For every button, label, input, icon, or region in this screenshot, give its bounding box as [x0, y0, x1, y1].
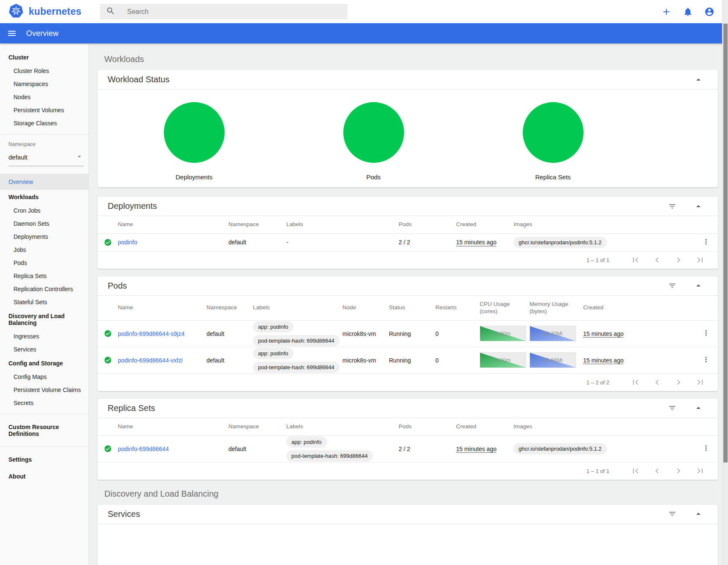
deployments-chart-label: Deployments — [176, 173, 213, 181]
sidebar-item-settings[interactable]: Settings — [0, 451, 88, 468]
sidebar-item-replica-sets[interactable]: Replica Sets — [0, 270, 88, 283]
replica-set-created: 15 minutes ago — [456, 446, 497, 452]
col-header-node: Node — [342, 299, 389, 316]
col-header-pods: Pods — [399, 216, 456, 233]
collapse-arrow-icon[interactable] — [693, 75, 704, 85]
prev-page-icon[interactable] — [652, 255, 662, 265]
first-page-icon[interactable] — [630, 377, 641, 387]
pod-status: Running — [389, 330, 435, 337]
sidebar-item-ingresses[interactable]: Ingresses — [0, 330, 88, 343]
pod-label-chip: app: podinfo — [253, 321, 293, 333]
sidebar-item-storage-classes[interactable]: Storage Classes — [0, 117, 88, 130]
sidebar-item-about[interactable]: About — [0, 468, 88, 485]
search-bar[interactable] — [100, 4, 348, 19]
workload-status-card: Workload Status Deployments Pods — [98, 70, 718, 187]
sidebar-item-jobs[interactable]: Jobs — [0, 243, 88, 257]
prev-page-icon[interactable] — [652, 466, 662, 476]
col-header-labels: Labels — [253, 299, 342, 316]
sidebar-item-nodes[interactable]: Nodes — [0, 91, 88, 104]
sidebar-nav: Cluster Cluster Roles Namespaces Nodes P… — [0, 43, 89, 565]
status-chart-replica-sets: Replica Sets — [463, 89, 643, 187]
status-ok-icon — [98, 238, 118, 246]
hamburger-menu-button[interactable] — [7, 28, 17, 38]
sidebar-item-persistent-volumes[interactable]: Persistent Volumes — [0, 104, 88, 117]
pod-name-link[interactable]: podinfo-699d86644-s9jz4 — [118, 330, 185, 337]
last-page-icon[interactable] — [695, 377, 705, 387]
col-header-labels: Labels — [286, 418, 399, 435]
sidebar-header-cluster: Cluster — [0, 50, 88, 65]
pagination-range: 1 – 1 of 1 — [587, 468, 609, 474]
sidebar-item-custom-resource-definitions[interactable]: Custom Resource Definitions — [0, 419, 88, 442]
sidebar-item-overview[interactable]: Overview — [0, 174, 88, 190]
deployment-name-link[interactable]: podinfo — [118, 239, 137, 246]
sidebar-header-discovery: Discovery and Load Balancing — [0, 309, 88, 330]
scrollbar-thumb[interactable] — [723, 24, 728, 462]
next-page-icon[interactable] — [674, 377, 684, 387]
sidebar-item-deployments[interactable]: Deployments — [0, 230, 88, 243]
memory-usage-sparkline: 15.66Mi — [530, 352, 576, 368]
pod-restarts: 0 — [435, 357, 480, 364]
sidebar-item-replication-controllers[interactable]: Replication Controllers — [0, 283, 88, 296]
prev-page-icon[interactable] — [652, 377, 662, 387]
sidebar-item-persistent-volume-claims[interactable]: Persistent Volume Claims — [0, 384, 88, 397]
next-page-icon[interactable] — [674, 466, 684, 476]
first-page-icon[interactable] — [630, 466, 641, 476]
create-resource-button[interactable] — [661, 7, 671, 17]
sidebar-item-pods[interactable]: Pods — [0, 257, 88, 270]
sidebar-item-daemon-sets[interactable]: Daemon Sets — [0, 217, 88, 230]
status-chart-deployments: Deployments — [104, 89, 284, 187]
sidebar-divider — [0, 446, 88, 447]
sidebar-item-services[interactable]: Services — [0, 343, 88, 356]
section-title-discovery: Discovery and Load Balancing — [98, 489, 718, 499]
pod-label-chip: app: podinfo — [253, 348, 293, 359]
collapse-arrow-icon[interactable] — [693, 403, 704, 413]
kubernetes-brand[interactable]: kubernetes — [8, 3, 100, 20]
collapse-arrow-icon[interactable] — [693, 281, 704, 291]
row-menu-kebab-icon[interactable] — [700, 327, 712, 340]
col-header-created: Created — [583, 299, 694, 316]
namespace-select[interactable]: default — [8, 152, 84, 166]
status-ok-icon — [98, 330, 118, 338]
search-input[interactable] — [127, 8, 330, 16]
collapse-arrow-icon[interactable] — [693, 201, 704, 211]
last-page-icon[interactable] — [695, 466, 705, 476]
col-header-namespace: Namespace — [206, 299, 253, 316]
replica-set-image-chip: ghcr.io/stefanprodan/podinfo:5.1.2 — [513, 443, 607, 454]
col-header-namespace: Namespace — [228, 216, 286, 233]
deployment-created: 15 minutes ago — [456, 239, 497, 246]
scrollbar-track[interactable] — [722, 0, 728, 565]
filter-icon[interactable] — [667, 509, 677, 519]
col-header-memory: Memory Usage (bytes) — [530, 296, 583, 320]
pod-namespace: default — [206, 357, 253, 364]
deployment-image-chip: ghcr.io/stefanprodan/podinfo:5.1.2 — [513, 237, 607, 248]
sidebar-item-secrets[interactable]: Secrets — [0, 397, 88, 410]
filter-icon[interactable] — [667, 281, 677, 291]
replica-set-name-link[interactable]: podinfo-699d86644 — [118, 446, 169, 452]
pod-row: podinfo-699d86644-vxfzl default app: pod… — [98, 347, 718, 374]
next-page-icon[interactable] — [674, 255, 684, 265]
sidebar-item-stateful-sets[interactable]: Stateful Sets — [0, 296, 88, 309]
sidebar-item-namespaces[interactable]: Namespaces — [0, 78, 88, 91]
row-menu-kebab-icon[interactable] — [700, 442, 712, 455]
first-page-icon[interactable] — [630, 255, 641, 265]
sidebar-item-config-maps[interactable]: Config Maps — [0, 370, 88, 384]
collapse-arrow-icon[interactable] — [693, 509, 704, 519]
pod-restarts: 0 — [435, 330, 480, 337]
row-menu-kebab-icon[interactable] — [700, 236, 712, 249]
dropdown-arrow-icon — [75, 152, 84, 162]
replica-sets-pagination: 1 – 1 of 1 — [98, 462, 718, 480]
notifications-bell-button[interactable] — [683, 7, 693, 17]
sidebar-item-cron-jobs[interactable]: Cron Jobs — [0, 204, 88, 217]
brand-wordmark: kubernetes — [29, 6, 81, 17]
pod-status: Running — [389, 357, 435, 364]
sidebar-item-cluster-roles[interactable]: Cluster Roles — [0, 65, 88, 78]
user-account-button[interactable] — [704, 7, 714, 17]
replica-sets-status-donut — [523, 102, 584, 163]
last-page-icon[interactable] — [695, 255, 705, 265]
row-menu-kebab-icon[interactable] — [700, 354, 712, 367]
pod-name-link[interactable]: podinfo-699d86644-vxfzl — [118, 357, 182, 364]
filter-icon[interactable] — [667, 403, 677, 413]
replica-set-row: podinfo-699d86644 default app: podinfo p… — [98, 436, 718, 462]
filter-icon[interactable] — [667, 201, 677, 211]
deployments-card-title: Deployments — [108, 201, 667, 211]
